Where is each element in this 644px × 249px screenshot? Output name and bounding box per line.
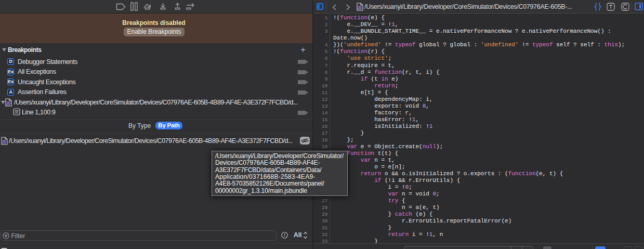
svg-text:JS: JS: [358, 6, 362, 9]
svg-text:JS: JS: [3, 140, 6, 143]
svg-text:JS: JS: [7, 101, 10, 104]
